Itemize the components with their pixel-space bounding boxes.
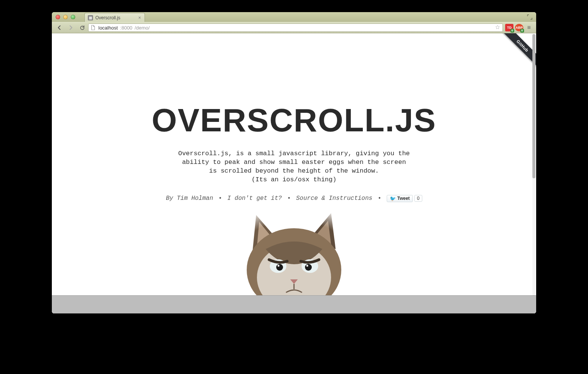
url-port: :8000 xyxy=(120,25,132,31)
source-link[interactable]: Source & Instructions xyxy=(296,195,373,202)
twitter-bird-icon: 🐦 xyxy=(390,196,396,201)
back-button[interactable] xyxy=(54,23,65,32)
address-bar[interactable]: localhost:8000/demo/ xyxy=(88,23,503,32)
reload-button[interactable] xyxy=(77,23,87,32)
page-viewport: GitHub OVERSCROLL.JS Overscroll.js, is a… xyxy=(52,33,536,313)
bookmark-star-icon[interactable] xyxy=(495,25,500,31)
links-row: By Tim Holman • I don't get it? • Source… xyxy=(52,195,536,202)
url-path: /demo/ xyxy=(135,25,150,31)
forward-button[interactable] xyxy=(65,23,76,32)
extension-abp-badge: 0 xyxy=(520,29,524,33)
scrollbar-thumb[interactable] xyxy=(532,34,535,178)
separator-icon: • xyxy=(378,195,381,202)
extension-icons: TD 0 ABP 0 xyxy=(505,24,523,31)
zoom-window-button[interactable] xyxy=(71,15,75,19)
page-title: OVERSCROLL.JS xyxy=(52,101,536,139)
extension-td-badge: 0 xyxy=(510,29,514,33)
tweet-label: Tweet xyxy=(397,196,410,201)
tweet-button[interactable]: 🐦 Tweet xyxy=(387,195,413,202)
chrome-menu-button[interactable]: ≡ xyxy=(524,24,534,31)
close-tab-button[interactable]: × xyxy=(137,15,142,20)
minimize-window-button[interactable] xyxy=(63,15,68,19)
page-blurb: Overscroll.js, is a small javascript lib… xyxy=(52,150,536,184)
confused-link[interactable]: I don't get it? xyxy=(227,195,282,202)
tweet-count: 0 xyxy=(414,195,422,202)
browser-tab[interactable]: ▥ Overscroll.js × xyxy=(84,13,145,22)
tab-title: Overscroll.js xyxy=(95,15,120,20)
author-link[interactable]: By Tim Holman xyxy=(166,195,213,202)
favicon-icon: ▥ xyxy=(88,15,93,20)
svg-rect-8 xyxy=(230,207,358,298)
extension-abp[interactable]: ABP 0 xyxy=(515,24,523,31)
page-icon xyxy=(91,25,96,30)
window-controls xyxy=(56,15,75,19)
scrollbar[interactable] xyxy=(532,34,535,296)
footer-band xyxy=(52,295,536,313)
enter-fullscreen-icon[interactable] xyxy=(527,14,532,20)
tweet-widget: 🐦 Tweet 0 xyxy=(387,195,422,202)
tab-strip: ▥ Overscroll.js × xyxy=(52,12,536,22)
cat-image xyxy=(230,207,358,298)
browser-toolbar: localhost:8000/demo/ TD 0 ABP 0 ≡ xyxy=(52,22,536,33)
separator-icon: • xyxy=(287,195,291,202)
separator-icon: • xyxy=(218,195,222,202)
extension-td[interactable]: TD 0 xyxy=(505,24,513,31)
hero: OVERSCROLL.JS Overscroll.js, is a small … xyxy=(52,33,536,202)
url-host: localhost xyxy=(98,25,118,31)
close-window-button[interactable] xyxy=(56,15,60,19)
browser-window: ▥ Overscroll.js × localhost:8000/demo/ xyxy=(52,12,536,313)
